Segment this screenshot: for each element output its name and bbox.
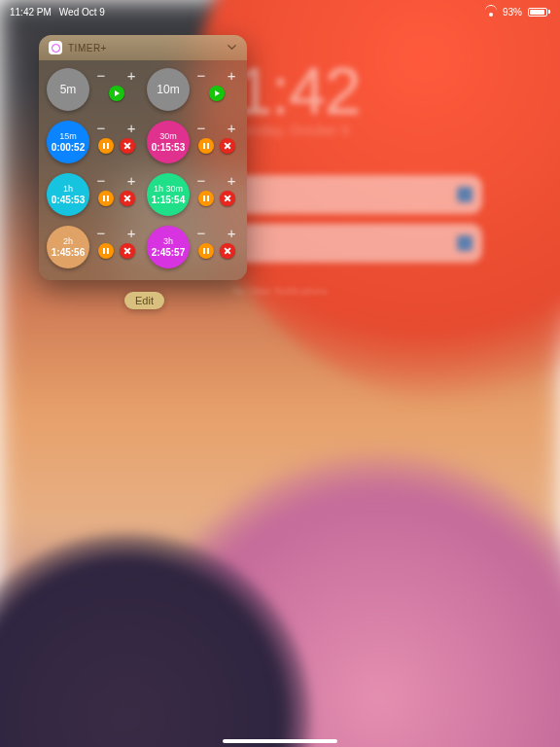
timer-disc[interactable]: 10m [147,68,190,111]
timer-elapsed: 0:45:53 [52,196,85,205]
plus-button[interactable]: + [127,173,136,188]
chevron-down-icon[interactable] [227,39,237,56]
timer-disc[interactable]: 15m0:00:52 [47,121,89,163]
plus-button[interactable]: + [228,173,236,188]
timer-label: 30m [159,132,177,141]
plus-button[interactable]: + [228,226,236,240]
timer-elapsed: 0:00:52 [52,143,85,153]
timer-disc[interactable]: 5m [47,68,89,111]
status-time: 11:42 PM [10,7,52,18]
timer-widget: TIMER+ 5m−+10m−+15m0:00:52−+30m0:15:53−+… [39,35,247,280]
no-older-notifications: No Older Notifications [232,286,327,297]
timer-elapsed: 0:15:53 [152,143,185,153]
timer-controls: −+ [193,226,239,259]
home-indicator[interactable] [223,739,337,743]
plus-button[interactable]: + [228,121,236,135]
minus-button[interactable]: − [197,121,206,135]
timer-label: 2h [63,237,73,246]
timer-label: 3h [163,237,173,246]
timer-label: 10m [157,84,179,95]
minus-button[interactable]: − [197,68,206,83]
plus-button[interactable]: + [127,226,136,240]
cancel-button[interactable] [120,243,135,259]
pause-button[interactable] [198,138,214,154]
cancel-button[interactable] [220,243,235,259]
timer-elapsed: 1:15:54 [152,196,185,205]
timer-label: 15m [59,132,77,141]
timer-cell: 10m−+ [147,68,239,111]
timer-disc[interactable]: 30m0:15:53 [147,121,190,163]
plus-button[interactable]: + [127,68,136,83]
minus-button[interactable]: − [97,121,106,135]
timer-controls: −+ [93,68,139,101]
wifi-icon [485,8,497,17]
timer-controls: −+ [93,173,139,206]
timer-disc[interactable]: 2h1:45:56 [47,226,89,268]
pause-button[interactable] [198,243,214,259]
timer-elapsed: 2:45:57 [152,248,185,258]
timer-cell: 1h 30m1:15:54−+ [147,173,239,216]
minus-button[interactable]: − [197,226,206,240]
timer-controls: −+ [193,173,239,206]
timer-controls: −+ [93,226,139,259]
status-bar: 11:42 PM Wed Oct 9 93% [0,0,560,21]
timer-disc[interactable]: 3h2:45:57 [147,226,190,268]
pause-button[interactable] [98,191,114,206]
plus-button[interactable]: + [228,68,236,83]
play-button[interactable] [109,86,124,101]
timer-label: 1h [63,185,73,194]
timer-cell: 1h0:45:53−+ [47,173,139,216]
timer-controls: −+ [193,68,239,101]
calendar-icon [457,187,472,202]
timer-cell: 30m0:15:53−+ [147,121,239,163]
pause-button[interactable] [98,243,114,259]
timer-controls: −+ [193,121,239,154]
minus-button[interactable]: − [97,226,106,240]
battery-percent: 93% [503,7,522,18]
timer-cell: 3h2:45:57−+ [147,226,239,268]
widget-title: TIMER+ [68,43,227,53]
cancel-button[interactable] [220,138,235,154]
widget-header[interactable]: TIMER+ [39,35,247,60]
timer-cell: 5m−+ [47,68,139,111]
pause-button[interactable] [98,138,114,154]
timer-disc[interactable]: 1h0:45:53 [47,173,89,216]
calendar-icon [457,235,472,251]
timer-cell: 15m0:00:52−+ [47,121,139,163]
timer-controls: −+ [93,121,139,154]
edit-button[interactable]: Edit [124,292,164,309]
cancel-button[interactable] [220,191,235,206]
timer-disc[interactable]: 1h 30m1:15:54 [147,173,190,216]
status-date: Wed Oct 9 [59,7,105,18]
minus-button[interactable]: − [197,173,206,188]
cancel-button[interactable] [120,191,135,206]
timer-label: 1h 30m [154,185,183,194]
plus-button[interactable]: + [127,121,136,135]
battery-icon [528,8,550,17]
cancel-button[interactable] [120,138,135,154]
timer-elapsed: 1:45:56 [52,248,85,258]
minus-button[interactable]: − [97,173,106,188]
timer-label: 5m [60,84,77,95]
timer-app-icon [49,41,62,54]
play-button[interactable] [209,86,225,101]
pause-button[interactable] [198,191,214,206]
minus-button[interactable]: − [97,68,106,83]
timer-cell: 2h1:45:56−+ [47,226,139,268]
